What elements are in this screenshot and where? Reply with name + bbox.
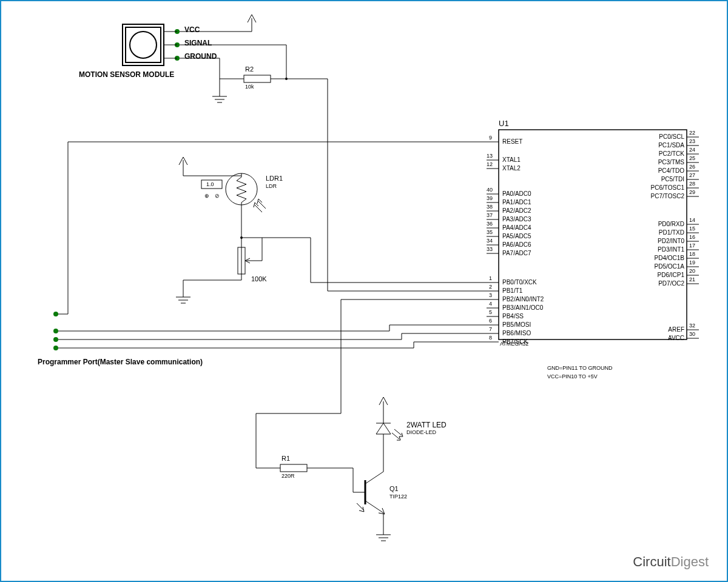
pin-num: 5: [489, 309, 492, 315]
ldr-sub: LDR: [266, 183, 277, 189]
ldr-meter: 1.0: [206, 181, 214, 187]
r2-value: 10k: [245, 84, 254, 90]
svg-line-114: [365, 472, 383, 484]
pin-name: PA5/ADC5: [502, 233, 531, 239]
pin-name: PB1/T1: [502, 287, 522, 294]
svg-point-66: [53, 312, 58, 316]
logo-part-a: Circuit: [633, 554, 670, 569]
pin-name: PB7/SCK: [502, 338, 528, 345]
pin-num: 32: [689, 323, 695, 329]
logo: CircuitDigest: [633, 554, 709, 570]
sensor-pin-vcc: VCC: [184, 25, 200, 34]
pin-num: 40: [487, 187, 493, 193]
pin-name: PB2/AIN0/INT2: [502, 296, 544, 303]
pin-num: 23: [689, 138, 695, 144]
pin-name: PC0/SCL: [654, 133, 684, 140]
svg-line-116: [365, 501, 383, 513]
svg-text:⊕: ⊕: [204, 193, 209, 199]
svg-point-2: [130, 32, 157, 58]
pin-name: XTAL2: [502, 165, 521, 172]
pin-num: 16: [689, 234, 695, 240]
pin-num: 8: [489, 335, 492, 341]
pin-num: 34: [487, 238, 493, 244]
pin-num: 28: [689, 181, 695, 187]
svg-point-93: [53, 337, 58, 342]
pin-name: PB5/MOSI: [502, 321, 531, 328]
pin-num: 7: [489, 326, 492, 332]
pin-num: 15: [689, 226, 695, 232]
pin-num: 19: [689, 259, 695, 266]
svg-point-83: [240, 236, 243, 239]
pin-num: 18: [689, 251, 695, 257]
pin-num: 9: [489, 135, 492, 141]
svg-rect-109: [280, 464, 307, 472]
pin-num: 1: [489, 275, 492, 281]
u1-note2: VCC=PIN10 TO +5V: [547, 373, 598, 380]
pin-num: 21: [689, 276, 695, 283]
pin-num: 30: [689, 331, 695, 337]
pin-name: PC7/TOSC2: [644, 193, 684, 199]
pin-num: 2: [489, 284, 492, 290]
programmer-title: Programmer Port(Master Slave communicati…: [38, 358, 203, 366]
pin-name: PA4/ADC4: [502, 224, 531, 231]
q1-sub: TIP122: [389, 493, 407, 500]
pin-name: PD5/OC1A: [648, 263, 684, 270]
schematic-svg: ⊕ ⊘: [1, 1, 728, 582]
pin-name: PC4/TDO: [653, 167, 684, 174]
pin-name: PC6/TOSC1: [644, 184, 684, 191]
svg-rect-1: [126, 27, 161, 62]
svg-text:⊘: ⊘: [215, 193, 220, 199]
pin-num: 26: [689, 164, 695, 170]
led-sub: DIODE-LED: [406, 429, 436, 435]
svg-rect-19: [244, 75, 271, 82]
pin-name: PD6/ICP1: [652, 272, 684, 278]
pin-name: AREF: [665, 326, 684, 333]
pin-num: 36: [487, 221, 493, 227]
sensor-pin-ground: GROUND: [184, 52, 217, 61]
pin-num: 29: [689, 189, 695, 195]
pin-name: PD0/RXD: [650, 221, 684, 227]
logo-part-b: Digest: [671, 554, 709, 569]
pin-name: PB3/AIN1/OC0: [502, 304, 543, 311]
pin-name: PD7/OC2: [652, 280, 684, 287]
pin-num: 27: [689, 172, 695, 178]
pin-name: PA1/ADC1: [502, 199, 531, 206]
svg-rect-0: [123, 24, 164, 65]
led-name: 2WATT LED: [406, 421, 447, 429]
pin-name: AVCC: [665, 335, 684, 341]
pin-num: 37: [487, 212, 493, 218]
pin-num: 20: [689, 268, 695, 274]
pin-name: PD2/INT0: [652, 238, 684, 244]
u1-name: U1: [499, 119, 509, 128]
svg-point-72: [226, 173, 257, 205]
r2-name: R2: [245, 65, 254, 73]
r1-value: 220R: [281, 473, 295, 479]
pin-num: 13: [487, 153, 493, 159]
pin-name: PA2/ADC2: [502, 207, 531, 214]
pin-name: PC3/TMS: [653, 159, 684, 166]
svg-line-125: [392, 433, 399, 439]
pin-name: PC2/TCK: [653, 150, 684, 157]
pin-name: PC5/TDI: [655, 176, 684, 182]
pin-num: 39: [487, 195, 493, 201]
pin-name: PD1/TXD: [652, 229, 684, 236]
svg-point-94: [53, 346, 58, 350]
motion-sensor-title: MOTION SENSOR MODULE: [79, 70, 174, 79]
pin-name: RESET: [502, 138, 522, 145]
pin-name: PA0/ADC0: [502, 190, 531, 197]
pin-num: 17: [689, 242, 695, 249]
ldr-name: LDR1: [266, 175, 283, 182]
q1-name: Q1: [389, 485, 399, 492]
pin-num: 22: [689, 130, 695, 136]
pin-num: 35: [487, 229, 493, 235]
pin-name: PA3/ADC3: [502, 216, 531, 222]
pin-name: XTAL1: [502, 156, 521, 163]
pin-num: 12: [487, 161, 493, 167]
pin-num: 6: [489, 318, 492, 324]
pin-num: 38: [487, 204, 493, 210]
pin-name: PB6/MISO: [502, 330, 531, 336]
pin-num: 14: [689, 217, 695, 223]
r1-name: R1: [281, 455, 290, 462]
pin-num: 25: [689, 155, 695, 161]
pot-value: 100K: [251, 275, 267, 283]
